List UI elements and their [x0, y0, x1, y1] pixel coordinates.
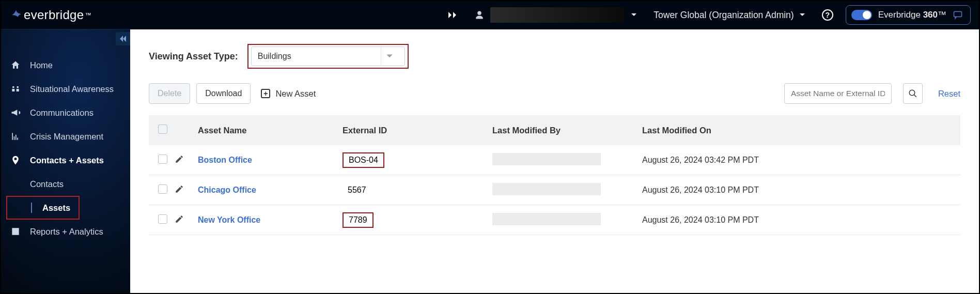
table-row: Boston OfficeBOS-04August 26, 2024 03:42…: [149, 145, 960, 175]
chevrons-left-icon: [119, 36, 127, 42]
sidebar-item-crisis[interactable]: Crisis Management: [1, 125, 130, 148]
asset-type-select[interactable]: Buildings: [247, 44, 409, 69]
brand-logo[interactable]: everbridge™: [1, 8, 101, 22]
user-icon: [475, 10, 484, 20]
external-id: BOS-04: [343, 152, 492, 168]
asset-name-link[interactable]: New York Office: [198, 215, 343, 225]
collapse-sidebar-button[interactable]: [116, 32, 130, 45]
new-asset-label: New Asset: [275, 89, 316, 99]
svg-point-1: [909, 90, 915, 96]
col-asset-name: Asset Name: [198, 126, 343, 135]
row-checkbox[interactable]: [158, 184, 167, 194]
external-id: 5567: [343, 183, 492, 197]
sidebar-item-label: Reports + Analytics: [30, 227, 103, 237]
caret-down-icon: [799, 12, 805, 18]
new-asset-button[interactable]: + New Asset: [261, 89, 316, 99]
table-header: Asset Name External ID Last Modified By …: [149, 115, 960, 145]
modified-on: August 26, 2024 03:10 PM PDT: [642, 185, 792, 195]
select-all-checkbox[interactable]: [158, 125, 167, 134]
edit-icon[interactable]: [175, 214, 184, 224]
sidebar-item-label: Crisis Management: [30, 132, 103, 142]
sidebar-sub-contacts[interactable]: Contacts: [1, 172, 130, 196]
sidebar-item-label: Contacts + Assets: [30, 156, 104, 165]
sidebar-sub-label: Assets: [42, 203, 70, 213]
pin-icon: [10, 155, 21, 165]
org-name: Tower Global (Organization Admin): [654, 10, 794, 21]
delete-button: Delete: [149, 83, 190, 104]
home-icon: [10, 60, 21, 70]
redacted-value: [492, 213, 601, 225]
org-menu[interactable]: Tower Global (Organization Admin): [645, 1, 813, 29]
megaphone-icon: [10, 107, 21, 118]
search-button[interactable]: [903, 83, 923, 104]
plus-icon: +: [261, 89, 270, 98]
mode-label: Everbridge 360™: [878, 10, 946, 20]
chart-icon: [10, 131, 21, 142]
select-value: Buildings: [258, 52, 381, 61]
modified-by: [492, 153, 642, 167]
download-button[interactable]: Download: [196, 83, 251, 104]
user-menu[interactable]: [466, 1, 645, 29]
sidebar: Home Situational Awareness Communication…: [1, 29, 130, 293]
external-id: 7789: [343, 212, 492, 228]
modified-on: August 26, 2024 03:42 PM PDT: [642, 156, 792, 165]
svg-rect-0: [954, 11, 962, 17]
table-row: New York Office7789August 26, 2024 03:10…: [149, 205, 960, 235]
toolbar: Delete Download + New Asset Reset: [149, 83, 960, 104]
modified-on: August 26, 2024 03:10 PM PDT: [642, 215, 792, 225]
edit-icon[interactable]: [175, 184, 184, 194]
reset-link[interactable]: Reset: [938, 89, 960, 99]
report-icon: [10, 226, 21, 237]
active-bar-icon: [31, 203, 32, 213]
redacted-value: [492, 183, 601, 195]
brand-name: everbridge: [24, 8, 84, 22]
col-external-id: External ID: [343, 126, 492, 135]
sidebar-sub-label: Contacts: [30, 179, 64, 189]
asset-name-link[interactable]: Boston Office: [198, 156, 343, 165]
edit-icon[interactable]: [175, 154, 184, 164]
top-bar: everbridge™ Tower Global (Organization A…: [1, 1, 979, 29]
sidebar-item-label: Situational Awareness: [30, 84, 114, 94]
filter-label: Viewing Asset Type:: [149, 51, 238, 62]
table-row: Chicago Office5567August 26, 2024 03:10 …: [149, 175, 960, 205]
row-checkbox[interactable]: [158, 214, 167, 224]
sidebar-item-home[interactable]: Home: [1, 53, 130, 77]
chevron-down-icon: [381, 47, 398, 66]
mode-switch[interactable]: Everbridge 360™: [846, 5, 971, 25]
filter-row: Viewing Asset Type: Buildings: [149, 44, 960, 69]
question-icon: ?: [822, 9, 833, 21]
brand-tm: ™: [85, 11, 91, 19]
chat-icon: [953, 10, 963, 20]
row-checkbox[interactable]: [158, 154, 167, 164]
sidebar-item-label: Home: [30, 60, 53, 70]
asset-name-link[interactable]: Chicago Office: [198, 185, 343, 195]
col-modified-by: Last Modified By: [492, 126, 642, 135]
sidebar-sub-assets[interactable]: Assets: [6, 196, 80, 220]
redacted-value: [492, 153, 601, 165]
modified-by: [492, 183, 642, 197]
brand-bird-icon: [10, 9, 23, 21]
caret-down-icon: [631, 12, 637, 18]
user-name-redacted: [490, 7, 625, 23]
sidebar-item-situational[interactable]: Situational Awareness: [1, 77, 130, 101]
help-button[interactable]: ?: [814, 1, 842, 29]
sidebar-item-communications[interactable]: Communications: [1, 101, 130, 125]
search-input[interactable]: [784, 83, 892, 104]
sidebar-item-contacts-assets[interactable]: Contacts + Assets: [1, 148, 130, 172]
toggle-icon[interactable]: [851, 10, 872, 20]
sidebar-item-label: Communications: [30, 108, 94, 118]
chevrons-right-icon: [448, 11, 458, 19]
top-more[interactable]: [440, 1, 466, 29]
modified-by: [492, 213, 642, 227]
search-icon: [908, 89, 917, 98]
assets-table: Asset Name External ID Last Modified By …: [149, 115, 960, 235]
sidebar-item-reports[interactable]: Reports + Analytics: [1, 220, 130, 243]
main-content: Viewing Asset Type: Buildings Delete Dow…: [130, 29, 979, 293]
binoculars-icon: [10, 84, 21, 94]
col-modified-on: Last Modified On: [642, 126, 792, 135]
